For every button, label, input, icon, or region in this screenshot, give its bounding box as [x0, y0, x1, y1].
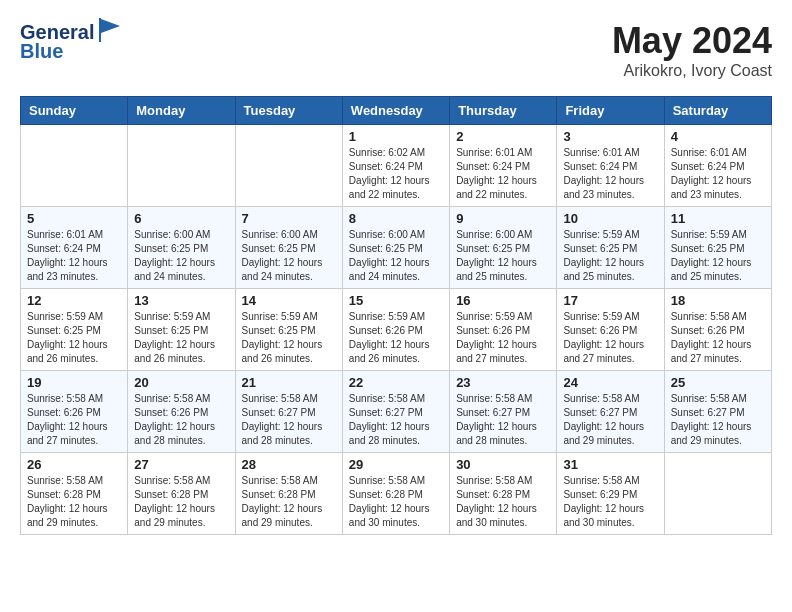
- calendar-cell: 1Sunrise: 6:02 AMSunset: 6:24 PMDaylight…: [342, 125, 449, 207]
- calendar-cell: [235, 125, 342, 207]
- day-info: Sunrise: 5:58 AMSunset: 6:27 PMDaylight:…: [671, 392, 765, 448]
- day-info: Sunrise: 5:58 AMSunset: 6:27 PMDaylight:…: [456, 392, 550, 448]
- day-number: 20: [134, 375, 228, 390]
- calendar-cell: [21, 125, 128, 207]
- day-info: Sunrise: 6:00 AMSunset: 6:25 PMDaylight:…: [349, 228, 443, 284]
- day-info: Sunrise: 6:01 AMSunset: 6:24 PMDaylight:…: [456, 146, 550, 202]
- calendar-cell: 10Sunrise: 5:59 AMSunset: 6:25 PMDayligh…: [557, 207, 664, 289]
- calendar-cell: 24Sunrise: 5:58 AMSunset: 6:27 PMDayligh…: [557, 371, 664, 453]
- day-number: 2: [456, 129, 550, 144]
- day-number: 14: [242, 293, 336, 308]
- day-info: Sunrise: 5:59 AMSunset: 6:25 PMDaylight:…: [27, 310, 121, 366]
- day-info: Sunrise: 6:00 AMSunset: 6:25 PMDaylight:…: [134, 228, 228, 284]
- calendar-cell: 28Sunrise: 5:58 AMSunset: 6:28 PMDayligh…: [235, 453, 342, 535]
- day-info: Sunrise: 5:58 AMSunset: 6:26 PMDaylight:…: [671, 310, 765, 366]
- day-number: 1: [349, 129, 443, 144]
- day-info: Sunrise: 5:59 AMSunset: 6:25 PMDaylight:…: [671, 228, 765, 284]
- week-row-1: 1Sunrise: 6:02 AMSunset: 6:24 PMDaylight…: [21, 125, 772, 207]
- calendar-cell: 27Sunrise: 5:58 AMSunset: 6:28 PMDayligh…: [128, 453, 235, 535]
- day-info: Sunrise: 6:00 AMSunset: 6:25 PMDaylight:…: [456, 228, 550, 284]
- day-number: 7: [242, 211, 336, 226]
- logo: General Blue: [20, 20, 126, 63]
- location: Arikokro, Ivory Coast: [612, 62, 772, 80]
- day-number: 4: [671, 129, 765, 144]
- weekday-header-friday: Friday: [557, 97, 664, 125]
- calendar-cell: 29Sunrise: 5:58 AMSunset: 6:28 PMDayligh…: [342, 453, 449, 535]
- calendar-cell: 11Sunrise: 5:59 AMSunset: 6:25 PMDayligh…: [664, 207, 771, 289]
- calendar-cell: 19Sunrise: 5:58 AMSunset: 6:26 PMDayligh…: [21, 371, 128, 453]
- day-info: Sunrise: 5:58 AMSunset: 6:27 PMDaylight:…: [242, 392, 336, 448]
- day-info: Sunrise: 5:59 AMSunset: 6:25 PMDaylight:…: [134, 310, 228, 366]
- calendar-cell: 13Sunrise: 5:59 AMSunset: 6:25 PMDayligh…: [128, 289, 235, 371]
- day-number: 17: [563, 293, 657, 308]
- day-info: Sunrise: 6:01 AMSunset: 6:24 PMDaylight:…: [27, 228, 121, 284]
- day-number: 26: [27, 457, 121, 472]
- calendar-cell: 18Sunrise: 5:58 AMSunset: 6:26 PMDayligh…: [664, 289, 771, 371]
- calendar-cell: 14Sunrise: 5:59 AMSunset: 6:25 PMDayligh…: [235, 289, 342, 371]
- weekday-header-thursday: Thursday: [450, 97, 557, 125]
- day-info: Sunrise: 5:59 AMSunset: 6:26 PMDaylight:…: [563, 310, 657, 366]
- day-number: 11: [671, 211, 765, 226]
- day-info: Sunrise: 5:58 AMSunset: 6:27 PMDaylight:…: [563, 392, 657, 448]
- calendar-cell: 2Sunrise: 6:01 AMSunset: 6:24 PMDaylight…: [450, 125, 557, 207]
- day-number: 30: [456, 457, 550, 472]
- calendar-cell: 6Sunrise: 6:00 AMSunset: 6:25 PMDaylight…: [128, 207, 235, 289]
- page-header: General Blue May 2024 Arikokro, Ivory Co…: [20, 20, 772, 80]
- week-row-4: 19Sunrise: 5:58 AMSunset: 6:26 PMDayligh…: [21, 371, 772, 453]
- calendar-cell: 22Sunrise: 5:58 AMSunset: 6:27 PMDayligh…: [342, 371, 449, 453]
- day-number: 28: [242, 457, 336, 472]
- weekday-header-saturday: Saturday: [664, 97, 771, 125]
- day-info: Sunrise: 5:58 AMSunset: 6:27 PMDaylight:…: [349, 392, 443, 448]
- weekday-header-wednesday: Wednesday: [342, 97, 449, 125]
- weekday-header-monday: Monday: [128, 97, 235, 125]
- day-number: 5: [27, 211, 121, 226]
- month-title: May 2024: [612, 20, 772, 62]
- calendar-cell: 5Sunrise: 6:01 AMSunset: 6:24 PMDaylight…: [21, 207, 128, 289]
- calendar-cell: [128, 125, 235, 207]
- calendar-cell: 23Sunrise: 5:58 AMSunset: 6:27 PMDayligh…: [450, 371, 557, 453]
- day-number: 10: [563, 211, 657, 226]
- weekday-header-sunday: Sunday: [21, 97, 128, 125]
- day-number: 13: [134, 293, 228, 308]
- week-row-2: 5Sunrise: 6:01 AMSunset: 6:24 PMDaylight…: [21, 207, 772, 289]
- day-number: 31: [563, 457, 657, 472]
- calendar-cell: 9Sunrise: 6:00 AMSunset: 6:25 PMDaylight…: [450, 207, 557, 289]
- day-number: 29: [349, 457, 443, 472]
- calendar-cell: 17Sunrise: 5:59 AMSunset: 6:26 PMDayligh…: [557, 289, 664, 371]
- calendar-cell: 4Sunrise: 6:01 AMSunset: 6:24 PMDaylight…: [664, 125, 771, 207]
- day-info: Sunrise: 5:58 AMSunset: 6:26 PMDaylight:…: [134, 392, 228, 448]
- day-number: 15: [349, 293, 443, 308]
- day-info: Sunrise: 5:58 AMSunset: 6:28 PMDaylight:…: [456, 474, 550, 530]
- day-info: Sunrise: 5:58 AMSunset: 6:28 PMDaylight:…: [134, 474, 228, 530]
- day-number: 3: [563, 129, 657, 144]
- day-info: Sunrise: 5:58 AMSunset: 6:28 PMDaylight:…: [242, 474, 336, 530]
- calendar-cell: 7Sunrise: 6:00 AMSunset: 6:25 PMDaylight…: [235, 207, 342, 289]
- calendar-cell: 31Sunrise: 5:58 AMSunset: 6:29 PMDayligh…: [557, 453, 664, 535]
- day-info: Sunrise: 5:59 AMSunset: 6:26 PMDaylight:…: [349, 310, 443, 366]
- day-number: 12: [27, 293, 121, 308]
- day-number: 18: [671, 293, 765, 308]
- day-info: Sunrise: 5:59 AMSunset: 6:25 PMDaylight:…: [242, 310, 336, 366]
- day-number: 21: [242, 375, 336, 390]
- calendar-cell: 26Sunrise: 5:58 AMSunset: 6:28 PMDayligh…: [21, 453, 128, 535]
- calendar-table: SundayMondayTuesdayWednesdayThursdayFrid…: [20, 96, 772, 535]
- day-number: 25: [671, 375, 765, 390]
- day-info: Sunrise: 5:58 AMSunset: 6:28 PMDaylight:…: [27, 474, 121, 530]
- day-info: Sunrise: 5:59 AMSunset: 6:25 PMDaylight:…: [563, 228, 657, 284]
- day-info: Sunrise: 5:58 AMSunset: 6:29 PMDaylight:…: [563, 474, 657, 530]
- calendar-cell: 15Sunrise: 5:59 AMSunset: 6:26 PMDayligh…: [342, 289, 449, 371]
- calendar-header-row: SundayMondayTuesdayWednesdayThursdayFrid…: [21, 97, 772, 125]
- day-info: Sunrise: 5:58 AMSunset: 6:26 PMDaylight:…: [27, 392, 121, 448]
- calendar-cell: [664, 453, 771, 535]
- day-info: Sunrise: 5:58 AMSunset: 6:28 PMDaylight:…: [349, 474, 443, 530]
- weekday-header-tuesday: Tuesday: [235, 97, 342, 125]
- logo-flag-icon: [96, 16, 126, 44]
- day-info: Sunrise: 6:01 AMSunset: 6:24 PMDaylight:…: [671, 146, 765, 202]
- calendar-cell: 12Sunrise: 5:59 AMSunset: 6:25 PMDayligh…: [21, 289, 128, 371]
- day-number: 27: [134, 457, 228, 472]
- svg-marker-1: [101, 19, 120, 33]
- day-number: 19: [27, 375, 121, 390]
- day-number: 16: [456, 293, 550, 308]
- day-info: Sunrise: 6:01 AMSunset: 6:24 PMDaylight:…: [563, 146, 657, 202]
- calendar-cell: 3Sunrise: 6:01 AMSunset: 6:24 PMDaylight…: [557, 125, 664, 207]
